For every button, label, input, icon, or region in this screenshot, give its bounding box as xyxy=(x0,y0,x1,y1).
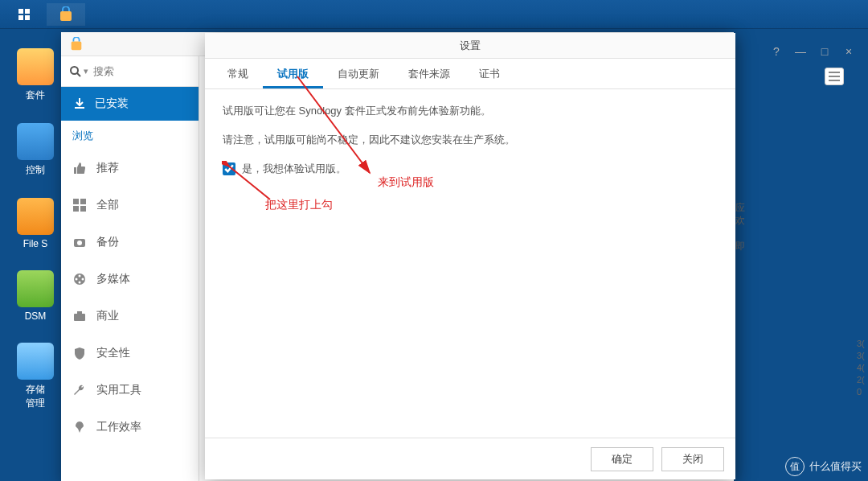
svg-rect-0 xyxy=(18,9,23,14)
background-text-fragment: 应 欢 即 xyxy=(735,201,747,314)
briefcase-icon xyxy=(72,309,87,323)
search-box[interactable]: ▾ xyxy=(61,56,199,87)
desktop-icon-control[interactable]: 控制 xyxy=(11,123,59,177)
svg-point-18 xyxy=(79,275,81,278)
desktop-icon-storage[interactable]: 存储 管理 xyxy=(11,343,59,410)
category-label: 多媒体 xyxy=(96,272,130,286)
svg-rect-7 xyxy=(829,80,840,81)
desktop-icon-label: 套件 xyxy=(26,89,45,101)
installed-label: 已安装 xyxy=(95,97,129,111)
beta-optin-label: 是，我想体验试用版。 xyxy=(242,162,346,176)
category-security[interactable]: 安全性 xyxy=(61,335,199,372)
control-panel-icon xyxy=(17,123,54,160)
svg-rect-4 xyxy=(60,11,72,21)
help-button[interactable]: ? xyxy=(770,45,783,58)
package-icon xyxy=(17,48,54,85)
wrench-icon xyxy=(72,383,87,397)
category-list: 推荐 全部 备份 多媒体 商业 安全性 实用工具 工作效率 xyxy=(61,150,199,446)
window-controls: ? — □ × xyxy=(770,45,855,58)
download-icon xyxy=(72,97,87,111)
list-view-toggle[interactable] xyxy=(825,68,844,85)
desktop-icon-label: File S xyxy=(23,238,48,249)
taskbar-menu-button[interactable] xyxy=(5,3,43,26)
svg-rect-5 xyxy=(829,72,840,73)
tab-sources[interactable]: 套件来源 xyxy=(394,59,465,88)
search-icon xyxy=(69,65,82,78)
svg-rect-22 xyxy=(74,314,85,321)
desktop-icon-dsm[interactable]: DSM xyxy=(11,270,59,322)
category-recommended[interactable]: 推荐 xyxy=(61,150,199,187)
svg-rect-14 xyxy=(80,206,86,212)
settings-tabs: 常规 试用版 自动更新 套件来源 证书 xyxy=(205,59,735,89)
browse-heading: 浏览 xyxy=(61,121,199,150)
svg-rect-11 xyxy=(73,199,79,204)
settings-footer: 确定 关闭 xyxy=(205,438,735,479)
watermark-badge: 值 xyxy=(785,457,805,476)
desktop-icon-label: 存储 管理 xyxy=(26,384,45,409)
category-label: 全部 xyxy=(96,198,119,212)
category-business[interactable]: 商业 xyxy=(61,298,199,335)
desktop-icon-package[interactable]: 套件 xyxy=(11,48,59,102)
tab-autoupdate[interactable]: 自动更新 xyxy=(323,59,394,88)
tab-cert[interactable]: 证书 xyxy=(465,59,514,88)
settings-dialog: 设置 常规 试用版 自动更新 套件来源 证书 试用版可让您在 Synology … xyxy=(205,33,735,479)
folder-icon xyxy=(17,198,54,235)
category-all[interactable]: 全部 xyxy=(61,187,199,224)
category-multimedia[interactable]: 多媒体 xyxy=(61,261,199,298)
svg-line-10 xyxy=(77,73,80,76)
category-label: 安全性 xyxy=(96,346,130,360)
camera-icon xyxy=(72,235,87,249)
svg-rect-8 xyxy=(72,41,82,50)
svg-point-21 xyxy=(79,282,81,284)
bag-icon xyxy=(58,6,74,23)
settings-title: 设置 xyxy=(205,33,735,59)
package-center-sidebar: ▾ 已安装 浏览 推荐 全部 备份 多媒体 商业 安全性 实用工具 工作效率 xyxy=(61,56,199,481)
film-reel-icon xyxy=(72,272,87,286)
svg-point-16 xyxy=(77,240,82,245)
ok-button[interactable]: 确定 xyxy=(591,447,653,471)
category-label: 实用工具 xyxy=(96,383,141,397)
svg-rect-23 xyxy=(77,311,82,314)
sidebar-item-installed[interactable]: 已安装 xyxy=(61,87,199,121)
beta-optin-checkbox[interactable] xyxy=(223,162,235,175)
watermark-text: 什么值得买 xyxy=(809,459,862,474)
category-productivity[interactable]: 工作效率 xyxy=(61,409,199,446)
svg-point-19 xyxy=(76,278,78,281)
dsm-help-icon xyxy=(17,270,54,307)
thumbs-up-icon xyxy=(72,161,87,175)
desktop-icons: 套件 控制 File S DSM 存储 管理 xyxy=(11,48,59,431)
category-label: 备份 xyxy=(96,235,119,249)
category-utility[interactable]: 实用工具 xyxy=(61,372,199,409)
watermark: 值 什么值得买 xyxy=(785,457,862,476)
taskbar xyxy=(0,0,868,29)
svg-rect-12 xyxy=(80,199,86,204)
taskbar-package-center[interactable] xyxy=(47,3,85,26)
storage-icon xyxy=(17,343,54,380)
rocket-icon xyxy=(72,420,87,434)
svg-point-20 xyxy=(82,278,84,281)
svg-rect-3 xyxy=(25,15,30,20)
svg-rect-6 xyxy=(829,76,840,77)
search-input[interactable] xyxy=(93,65,174,77)
settings-content: 试用版可让您在 Synology 套件正式发布前先体验新功能。 请注意，试用版可… xyxy=(205,89,735,438)
svg-rect-13 xyxy=(73,206,79,212)
shield-icon xyxy=(72,346,87,360)
category-backup[interactable]: 备份 xyxy=(61,224,199,261)
grid-icon xyxy=(72,198,87,212)
beta-optin-row[interactable]: 是，我想体验试用版。 xyxy=(223,162,718,176)
svg-point-9 xyxy=(71,67,78,74)
search-dropdown-caret[interactable]: ▾ xyxy=(84,66,88,76)
maximize-button[interactable]: □ xyxy=(818,45,831,58)
tab-general[interactable]: 常规 xyxy=(213,59,263,88)
category-label: 推荐 xyxy=(96,161,119,175)
tab-beta[interactable]: 试用版 xyxy=(263,59,323,88)
svg-rect-2 xyxy=(18,15,23,20)
close-window-button[interactable]: × xyxy=(842,45,855,58)
svg-rect-1 xyxy=(25,9,30,14)
minimize-button[interactable]: — xyxy=(794,45,807,58)
close-button[interactable]: 关闭 xyxy=(661,447,724,471)
beta-description-2: 请注意，试用版可能尚不稳定，因此不建议您安装在生产系统。 xyxy=(223,133,718,147)
list-icon xyxy=(829,72,840,81)
desktop-icon-filestation[interactable]: File S xyxy=(11,198,59,249)
grid-apps-icon xyxy=(18,8,31,21)
